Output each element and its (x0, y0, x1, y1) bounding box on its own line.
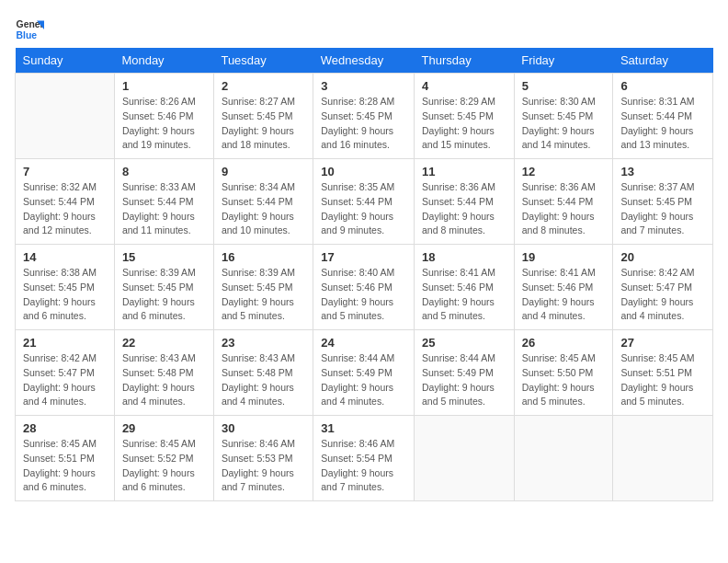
day-of-week-header: Friday (514, 48, 613, 74)
day-info: Sunrise: 8:37 AMSunset: 5:45 PMDaylight:… (620, 180, 705, 238)
calendar-cell (415, 416, 515, 501)
calendar-cell: 17Sunrise: 8:40 AMSunset: 5:46 PMDayligh… (313, 245, 415, 330)
day-number: 14 (23, 250, 107, 264)
day-info: Sunrise: 8:30 AMSunset: 5:45 PMDaylight:… (522, 95, 606, 153)
day-number: 27 (620, 336, 705, 350)
calendar-cell: 3Sunrise: 8:28 AMSunset: 5:45 PMDaylight… (313, 74, 415, 159)
calendar-week-row: 28Sunrise: 8:45 AMSunset: 5:51 PMDayligh… (16, 416, 713, 501)
calendar-table: SundayMondayTuesdayWednesdayThursdayFrid… (15, 48, 713, 501)
calendar-week-row: 7Sunrise: 8:32 AMSunset: 5:44 PMDaylight… (16, 159, 713, 245)
day-info: Sunrise: 8:40 AMSunset: 5:46 PMDaylight:… (321, 266, 406, 324)
calendar-cell: 24Sunrise: 8:44 AMSunset: 5:49 PMDayligh… (313, 330, 415, 416)
calendar-cell: 16Sunrise: 8:39 AMSunset: 5:45 PMDayligh… (213, 245, 313, 330)
calendar-cell: 6Sunrise: 8:31 AMSunset: 5:44 PMDaylight… (613, 74, 713, 159)
header: General Blue (15, 15, 713, 44)
calendar-cell: 11Sunrise: 8:36 AMSunset: 5:44 PMDayligh… (415, 159, 515, 245)
day-info: Sunrise: 8:43 AMSunset: 5:48 PMDaylight:… (122, 351, 206, 409)
day-info: Sunrise: 8:41 AMSunset: 5:46 PMDaylight:… (422, 266, 506, 324)
calendar-week-row: 1Sunrise: 8:26 AMSunset: 5:46 PMDaylight… (16, 74, 713, 159)
day-number: 9 (222, 165, 305, 178)
calendar-cell: 12Sunrise: 8:36 AMSunset: 5:44 PMDayligh… (514, 159, 613, 245)
calendar-cell: 15Sunrise: 8:39 AMSunset: 5:45 PMDayligh… (114, 245, 213, 330)
day-info: Sunrise: 8:44 AMSunset: 5:49 PMDaylight:… (422, 351, 506, 409)
calendar-body: 1Sunrise: 8:26 AMSunset: 5:46 PMDaylight… (16, 74, 713, 501)
day-info: Sunrise: 8:32 AMSunset: 5:44 PMDaylight:… (23, 180, 107, 238)
calendar-cell: 26Sunrise: 8:45 AMSunset: 5:50 PMDayligh… (514, 330, 613, 416)
day-number: 12 (522, 165, 606, 178)
day-info: Sunrise: 8:45 AMSunset: 5:51 PMDaylight:… (620, 351, 705, 409)
day-info: Sunrise: 8:42 AMSunset: 5:47 PMDaylight:… (23, 351, 107, 409)
calendar-cell: 31Sunrise: 8:46 AMSunset: 5:54 PMDayligh… (313, 416, 415, 501)
day-of-week-header: Monday (114, 48, 213, 74)
day-number: 8 (122, 165, 206, 178)
day-info: Sunrise: 8:42 AMSunset: 5:47 PMDaylight:… (620, 266, 705, 324)
day-info: Sunrise: 8:29 AMSunset: 5:45 PMDaylight:… (422, 95, 506, 153)
calendar-cell: 29Sunrise: 8:45 AMSunset: 5:52 PMDayligh… (114, 416, 213, 501)
day-info: Sunrise: 8:33 AMSunset: 5:44 PMDaylight:… (122, 180, 206, 238)
calendar-cell: 19Sunrise: 8:41 AMSunset: 5:46 PMDayligh… (514, 245, 613, 330)
calendar-cell: 25Sunrise: 8:44 AMSunset: 5:49 PMDayligh… (415, 330, 515, 416)
day-info: Sunrise: 8:28 AMSunset: 5:45 PMDaylight:… (321, 95, 406, 153)
day-number: 6 (620, 79, 705, 93)
calendar-header: SundayMondayTuesdayWednesdayThursdayFrid… (16, 48, 713, 74)
calendar-cell: 18Sunrise: 8:41 AMSunset: 5:46 PMDayligh… (415, 245, 515, 330)
calendar-week-row: 14Sunrise: 8:38 AMSunset: 5:45 PMDayligh… (16, 245, 713, 330)
calendar-cell: 1Sunrise: 8:26 AMSunset: 5:46 PMDaylight… (114, 74, 213, 159)
day-number: 15 (122, 250, 206, 264)
calendar-cell: 5Sunrise: 8:30 AMSunset: 5:45 PMDaylight… (514, 74, 613, 159)
calendar-cell: 7Sunrise: 8:32 AMSunset: 5:44 PMDaylight… (16, 159, 115, 245)
day-number: 20 (620, 250, 705, 264)
day-info: Sunrise: 8:46 AMSunset: 5:54 PMDaylight:… (321, 437, 406, 495)
calendar-cell: 9Sunrise: 8:34 AMSunset: 5:44 PMDaylight… (213, 159, 313, 245)
day-number: 10 (321, 165, 406, 178)
day-number: 13 (620, 165, 705, 178)
calendar-cell: 21Sunrise: 8:42 AMSunset: 5:47 PMDayligh… (16, 330, 115, 416)
calendar-cell (16, 74, 115, 159)
day-info: Sunrise: 8:38 AMSunset: 5:45 PMDaylight:… (23, 266, 107, 324)
day-number: 4 (422, 79, 506, 93)
calendar-cell: 28Sunrise: 8:45 AMSunset: 5:51 PMDayligh… (16, 416, 115, 501)
day-of-week-header: Sunday (16, 48, 115, 74)
calendar-cell: 8Sunrise: 8:33 AMSunset: 5:44 PMDaylight… (114, 159, 213, 245)
calendar-cell: 14Sunrise: 8:38 AMSunset: 5:45 PMDayligh… (16, 245, 115, 330)
day-info: Sunrise: 8:31 AMSunset: 5:44 PMDaylight:… (620, 95, 705, 153)
day-info: Sunrise: 8:45 AMSunset: 5:52 PMDaylight:… (122, 437, 206, 495)
day-number: 3 (321, 79, 406, 93)
day-info: Sunrise: 8:39 AMSunset: 5:45 PMDaylight:… (222, 266, 305, 324)
day-number: 23 (222, 336, 305, 350)
day-info: Sunrise: 8:41 AMSunset: 5:46 PMDaylight:… (522, 266, 606, 324)
day-of-week-header: Tuesday (213, 48, 313, 74)
day-number: 30 (222, 421, 305, 435)
day-number: 21 (23, 336, 107, 350)
day-info: Sunrise: 8:44 AMSunset: 5:49 PMDaylight:… (321, 351, 406, 409)
svg-text:Blue: Blue (17, 30, 38, 40)
calendar-cell (613, 416, 713, 501)
calendar-cell: 2Sunrise: 8:27 AMSunset: 5:45 PMDaylight… (213, 74, 313, 159)
logo-icon: General Blue (15, 15, 44, 44)
calendar-cell: 22Sunrise: 8:43 AMSunset: 5:48 PMDayligh… (114, 330, 213, 416)
day-number: 1 (122, 79, 206, 93)
day-info: Sunrise: 8:36 AMSunset: 5:44 PMDaylight:… (422, 180, 506, 238)
day-info: Sunrise: 8:39 AMSunset: 5:45 PMDaylight:… (122, 266, 206, 324)
day-number: 24 (321, 336, 406, 350)
day-number: 5 (522, 79, 606, 93)
day-of-week-header: Saturday (613, 48, 713, 74)
calendar-week-row: 21Sunrise: 8:42 AMSunset: 5:47 PMDayligh… (16, 330, 713, 416)
calendar-cell: 23Sunrise: 8:43 AMSunset: 5:48 PMDayligh… (213, 330, 313, 416)
calendar-cell: 4Sunrise: 8:29 AMSunset: 5:45 PMDaylight… (415, 74, 515, 159)
day-number: 26 (522, 336, 606, 350)
day-number: 2 (222, 79, 305, 93)
logo: General Blue (15, 15, 48, 44)
day-info: Sunrise: 8:35 AMSunset: 5:44 PMDaylight:… (321, 180, 406, 238)
day-info: Sunrise: 8:46 AMSunset: 5:53 PMDaylight:… (222, 437, 305, 495)
day-info: Sunrise: 8:34 AMSunset: 5:44 PMDaylight:… (222, 180, 305, 238)
day-number: 11 (422, 165, 506, 178)
calendar-cell: 27Sunrise: 8:45 AMSunset: 5:51 PMDayligh… (613, 330, 713, 416)
day-number: 17 (321, 250, 406, 264)
day-number: 19 (522, 250, 606, 264)
calendar-cell: 10Sunrise: 8:35 AMSunset: 5:44 PMDayligh… (313, 159, 415, 245)
calendar-cell: 30Sunrise: 8:46 AMSunset: 5:53 PMDayligh… (213, 416, 313, 501)
day-number: 22 (122, 336, 206, 350)
day-header-row: SundayMondayTuesdayWednesdayThursdayFrid… (16, 48, 713, 74)
day-info: Sunrise: 8:45 AMSunset: 5:51 PMDaylight:… (23, 437, 107, 495)
